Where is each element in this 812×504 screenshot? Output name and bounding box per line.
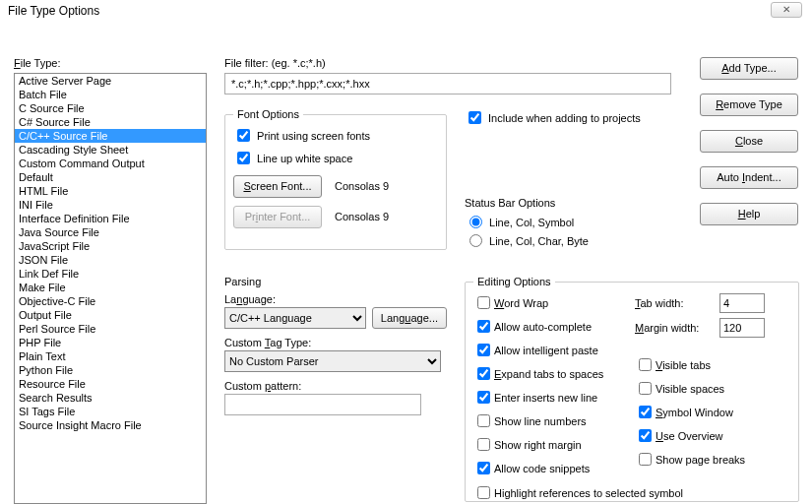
edit-left-3-checkbox[interactable]	[477, 367, 490, 380]
file-type-item[interactable]: Perl Source File	[15, 322, 206, 336]
edit-left-3-row: Expand tabs to spaces	[473, 364, 621, 383]
editing-left-column: Word WrapAllow auto-completeAllow intell…	[473, 293, 621, 477]
status-opt1-row: Line, Col, Symbol	[465, 213, 671, 228]
edit-left-3-label: Expand tabs to spaces	[494, 368, 603, 380]
edit-right-0-row: Visible tabs	[635, 355, 790, 374]
file-type-item[interactable]: Cascading Style Sheet	[15, 143, 206, 157]
edit-left-2-row: Allow intelligent paste	[473, 341, 621, 359]
tab-width-label: Tab width:	[635, 297, 714, 309]
file-type-item[interactable]: Source Insight Macro File	[15, 418, 206, 432]
margin-width-input[interactable]	[719, 318, 765, 338]
add-type-button[interactable]: Add Type...	[700, 57, 798, 80]
print-screen-fonts-checkbox[interactable]	[237, 129, 250, 142]
file-type-item[interactable]: SI Tags File	[15, 405, 206, 418]
margin-width-label: Margin width:	[635, 322, 714, 334]
edit-left-4-checkbox[interactable]	[477, 391, 490, 404]
remove-type-button[interactable]: Remove Type	[700, 94, 798, 116]
language-select[interactable]: C/C++ Language	[224, 307, 366, 329]
edit-right-0-checkbox[interactable]	[639, 358, 652, 371]
file-type-item[interactable]: Link Def File	[15, 267, 206, 281]
file-filter-input[interactable]	[224, 73, 671, 94]
file-type-item[interactable]: HTML File	[15, 184, 206, 198]
edit-left-7-row: Allow code snippets	[473, 459, 621, 477]
edit-left-7-checkbox[interactable]	[477, 462, 490, 474]
edit-right-1-row: Visible spaces	[635, 379, 790, 398]
window-title: File Type Options	[8, 4, 99, 18]
custom-tag-select[interactable]: No Custom Parser	[224, 350, 441, 372]
file-type-item[interactable]: Objective-C File	[15, 294, 206, 308]
custom-pattern-label: Custom pattern:	[224, 380, 447, 392]
status-opt2-label: Line, Col, Char, Byte	[489, 235, 589, 247]
status-opt1-radio[interactable]	[469, 216, 482, 228]
include-projects-checkbox[interactable]	[468, 111, 481, 124]
edit-right-0-label: Visible tabs	[656, 359, 711, 371]
file-type-item[interactable]: C/C++ Source File	[15, 129, 206, 143]
edit-right-2-checkbox[interactable]	[639, 406, 652, 418]
file-type-item[interactable]: Java Source File	[15, 225, 206, 239]
edit-left-1-row: Allow auto-complete	[473, 317, 621, 336]
lineup-whitespace-checkbox[interactable]	[237, 152, 250, 164]
file-type-item[interactable]: Make File	[15, 281, 206, 294]
edit-left-5-label: Show line numbers	[494, 415, 587, 427]
file-type-item[interactable]: Resource File	[15, 377, 206, 391]
include-projects-row: Include when adding to projects	[465, 108, 641, 127]
edit-right-1-checkbox[interactable]	[639, 382, 652, 395]
right-button-column: Add Type... Remove Type Close Auto Inden…	[700, 57, 798, 239]
parsing-title: Parsing	[224, 276, 447, 287]
file-type-item[interactable]: Search Results	[15, 391, 206, 405]
printer-font-row: Printer Font... Consolas 9	[233, 206, 438, 228]
edit-right-3-row: Use Overview	[635, 426, 790, 445]
file-type-list[interactable]: Active Server PageBatch FileC Source Fil…	[14, 73, 207, 504]
file-type-item[interactable]: Python File	[15, 363, 206, 377]
edit-left-1-checkbox[interactable]	[477, 320, 490, 333]
editing-options-legend: Editing Options	[473, 276, 555, 287]
file-type-item[interactable]: Default	[15, 170, 206, 184]
edit-left-7-label: Allow code snippets	[494, 463, 590, 474]
printer-font-button: Printer Font...	[233, 206, 322, 228]
help-button[interactable]: Help	[700, 203, 798, 225]
file-type-item[interactable]: C Source File	[15, 101, 206, 115]
close-button[interactable]: Close	[700, 130, 798, 153]
editing-full-rows: Highlight references to selected symbolU…	[473, 483, 790, 504]
file-type-item[interactable]: INI File	[15, 198, 206, 212]
edit-left-5-checkbox[interactable]	[477, 414, 490, 427]
edit-full-0-checkbox[interactable]	[477, 486, 490, 499]
edit-left-2-checkbox[interactable]	[477, 344, 490, 356]
edit-left-6-label: Show right margin	[494, 439, 582, 451]
status-opt1-label: Line, Col, Symbol	[489, 217, 574, 228]
file-type-item[interactable]: JavaScript File	[15, 239, 206, 253]
file-type-item[interactable]: JSON File	[15, 253, 206, 267]
edit-right-3-checkbox[interactable]	[639, 429, 652, 442]
file-type-item[interactable]: Active Server Page	[15, 74, 206, 88]
edit-left-4-label: Enter inserts new line	[494, 392, 597, 404]
screen-font-button[interactable]: Screen Font...	[233, 175, 322, 198]
file-type-item[interactable]: Interface Definition File	[15, 212, 206, 225]
file-type-item[interactable]: Plain Text	[15, 349, 206, 363]
edit-right-4-label: Show page breaks	[656, 454, 745, 466]
edit-full-0-row: Highlight references to selected symbol	[473, 483, 790, 502]
edit-left-5-row: Show line numbers	[473, 411, 621, 430]
dialog-body: File Type: Active Server PageBatch FileC…	[0, 22, 812, 33]
language-button[interactable]: Language...	[372, 307, 447, 329]
screen-font-value: Consolas 9	[335, 180, 389, 192]
file-type-item[interactable]: Batch File	[15, 88, 206, 101]
file-filter-label: File filter: (eg. *.c;*.h)	[224, 57, 326, 69]
lineup-whitespace-label: Line up white space	[257, 153, 352, 164]
status-opt2-row: Line, Col, Char, Byte	[465, 231, 671, 247]
margin-width-row: Margin width:	[635, 318, 790, 338]
title-bar: File Type Options ✕	[0, 0, 812, 22]
close-icon[interactable]: ✕	[771, 2, 802, 18]
custom-pattern-input[interactable]	[224, 394, 421, 415]
status-bar-group: Status Bar Options Line, Col, Symbol Lin…	[465, 197, 671, 256]
edit-left-6-checkbox[interactable]	[477, 438, 490, 451]
tab-width-input[interactable]	[719, 293, 765, 313]
edit-right-4-checkbox[interactable]	[639, 453, 652, 466]
status-opt2-radio[interactable]	[469, 234, 482, 247]
file-type-item[interactable]: Custom Command Output	[15, 157, 206, 170]
file-type-item[interactable]: C# Source File	[15, 115, 206, 129]
file-type-item[interactable]: PHP File	[15, 336, 206, 349]
auto-indent-button[interactable]: Auto Indent...	[700, 166, 798, 189]
edit-left-0-checkbox[interactable]	[477, 296, 490, 309]
lineup-whitespace-row: Line up white space	[233, 149, 438, 167]
file-type-item[interactable]: Output File	[15, 308, 206, 322]
